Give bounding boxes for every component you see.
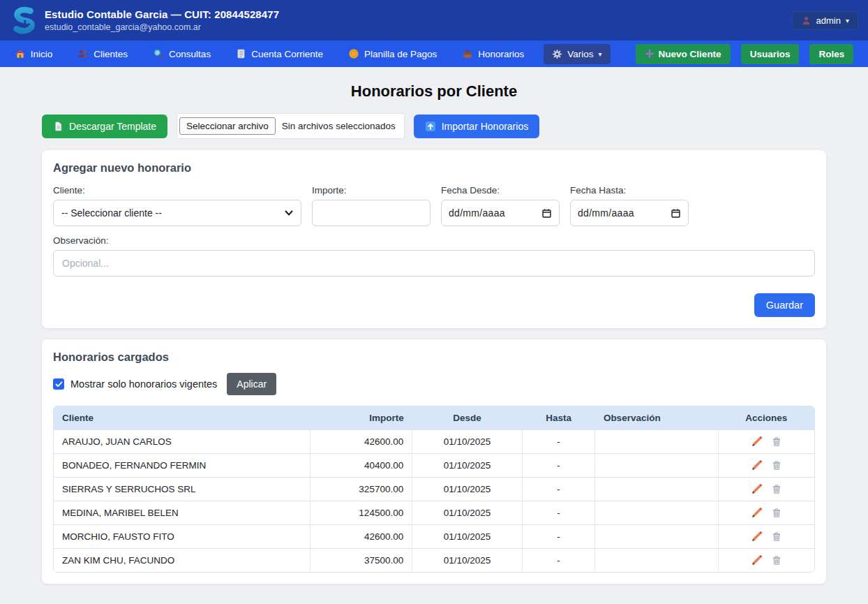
honorarios-table: ClienteImporteDesdeHastaObservaciónAccio… <box>53 406 815 573</box>
form-fields-row: Cliente: -- Seleccionar cliente -- Impor… <box>53 185 815 226</box>
trash-icon <box>771 554 782 566</box>
table-row: ZAN KIM CHU, FACUNDO37500.0001/10/2025- <box>54 549 814 573</box>
app-header: Estudio Contable Garcia — CUIT: 20844528… <box>0 0 868 40</box>
edit-button[interactable] <box>751 436 763 448</box>
cliente-label: Cliente: <box>53 185 301 196</box>
nav-item-cuenta-corriente[interactable]: Cuenta Corriente <box>236 48 323 59</box>
main-nav: InicioClientesConsultasCuenta CorrienteP… <box>0 40 868 67</box>
fecha-hasta-input[interactable]: dd/mm/aaaa <box>570 200 689 226</box>
table-header-row: ClienteImporteDesdeHastaObservaciónAccio… <box>54 406 814 430</box>
choose-file-button[interactable]: Seleccionar archivo <box>179 117 276 135</box>
nav-item-honorarios[interactable]: Honorarios <box>462 49 524 59</box>
usuarios-button[interactable]: Usuarios <box>741 44 800 64</box>
nav-links: InicioClientesConsultasCuenta CorrienteP… <box>15 48 525 59</box>
user-menu-button[interactable]: admin ▾ <box>792 11 858 30</box>
cell-importe: 124500.00 <box>310 501 412 525</box>
delete-button[interactable] <box>771 507 782 519</box>
app-email: estudio_contable_garcia@yahoo.com.ar <box>45 22 279 32</box>
column-header-acciones: Acciones <box>718 406 814 430</box>
pencil-icon <box>751 531 763 543</box>
nav-item-clientes[interactable]: Clientes <box>77 48 128 59</box>
cell-importe: 37500.00 <box>310 549 412 573</box>
cell-acciones <box>718 478 814 501</box>
importe-input[interactable] <box>312 200 431 226</box>
filter-row: Mostrar solo honorarios vigentes Aplicar <box>53 373 815 395</box>
edit-button[interactable] <box>751 507 763 519</box>
brand-text: Estudio Contable Garcia — CUIT: 20844528… <box>45 8 279 32</box>
cliente-field: Cliente: -- Seleccionar cliente -- <box>53 185 301 226</box>
calendar-icon[interactable] <box>541 208 552 219</box>
add-honorario-card: Agregar nuevo honorario Cliente: -- Sele… <box>42 150 826 328</box>
plus-icon <box>645 49 654 59</box>
pencil-icon <box>751 554 763 566</box>
cell-cliente: ARAUJO, JUAN CARLOS <box>54 430 310 454</box>
delete-button[interactable] <box>771 531 782 543</box>
cell-cliente: SIERRAS Y SERRUCHOS SRL <box>54 478 310 501</box>
cell-acciones <box>718 501 814 525</box>
delete-button[interactable] <box>771 483 782 495</box>
cell-acciones <box>718 525 814 549</box>
vigentes-checkbox-label[interactable]: Mostrar solo honorarios vigentes <box>70 378 217 390</box>
roles-button[interactable]: Roles <box>809 44 853 64</box>
nav-item-planilla-pagos[interactable]: Planilla de Pagos <box>348 48 437 59</box>
cell-hasta: - <box>522 478 595 501</box>
fecha-desde-input[interactable]: dd/mm/aaaa <box>441 200 560 226</box>
observacion-input[interactable] <box>53 250 815 277</box>
delete-button[interactable] <box>771 436 782 448</box>
cell-importe: 40400.00 <box>310 454 412 478</box>
trash-icon <box>771 531 782 543</box>
cell-hasta: - <box>522 430 595 454</box>
usuarios-label: Usuarios <box>750 49 791 59</box>
column-header-observacion: Observación <box>595 406 718 430</box>
download-template-button[interactable]: Descargar Template <box>42 115 167 138</box>
import-honorarios-label: Importar Honorarios <box>442 121 529 132</box>
form-footer: Guardar <box>53 293 815 317</box>
ledger-icon <box>236 48 246 59</box>
cell-observacion <box>595 525 718 549</box>
user-icon <box>801 15 811 26</box>
guardar-button[interactable]: Guardar <box>754 293 815 317</box>
observacion-field: Observación: <box>53 235 815 277</box>
file-input[interactable]: Seleccionar archivo Sin archivos selecci… <box>177 113 405 139</box>
nav-item-label: Inicio <box>31 49 53 59</box>
cliente-select[interactable]: -- Seleccionar cliente -- <box>53 200 301 226</box>
nav-item-inicio[interactable]: Inicio <box>15 48 53 59</box>
cell-observacion <box>595 478 718 501</box>
nav-item-consultas[interactable]: Consultas <box>153 48 211 59</box>
table-row: BONADEO, FERNANDO FERMIN40400.0001/10/20… <box>54 454 814 478</box>
nav-item-label: Honorarios <box>478 49 524 59</box>
table-row: SIERRAS Y SERRUCHOS SRL325700.0001/10/20… <box>54 478 814 501</box>
nav-item-label: Cuenta Corriente <box>251 49 323 59</box>
delete-button[interactable] <box>771 554 782 566</box>
cell-desde: 01/10/2025 <box>412 454 523 478</box>
import-honorarios-button[interactable]: Importar Honorarios <box>414 115 540 138</box>
calendar-icon[interactable] <box>671 208 681 219</box>
edit-button[interactable] <box>751 459 763 471</box>
nav-action-buttons: Nuevo Cliente Usuarios Roles <box>636 44 854 64</box>
brand-logo-icon <box>10 5 38 36</box>
cell-hasta: - <box>522 549 595 573</box>
app-title: Estudio Contable Garcia — CUIT: 20844528… <box>45 8 279 20</box>
delete-button[interactable] <box>771 459 782 471</box>
cell-cliente: MORCHIO, FAUSTO FITO <box>54 525 310 549</box>
importe-field: Importe: <box>312 185 431 226</box>
table-row: MEDINA, MARIBEL BELEN124500.0001/10/2025… <box>54 501 814 525</box>
edit-button[interactable] <box>751 531 763 543</box>
file-status-text: Sin archivos seleccionados <box>276 121 396 131</box>
column-header-desde: Desde <box>412 406 523 430</box>
edit-button[interactable] <box>751 483 763 495</box>
upload-icon <box>425 121 436 132</box>
observacion-label: Observación: <box>53 235 815 246</box>
fecha-hasta-placeholder: dd/mm/aaaa <box>578 207 671 219</box>
cell-observacion <box>595 549 718 573</box>
aplicar-button[interactable]: Aplicar <box>227 373 276 395</box>
cell-hasta: - <box>522 525 595 549</box>
table-row: MORCHIO, FAUSTO FITO42600.0001/10/2025- <box>54 525 814 549</box>
cell-desde: 01/10/2025 <box>412 525 523 549</box>
nuevo-cliente-button[interactable]: Nuevo Cliente <box>636 44 731 64</box>
edit-button[interactable] <box>751 554 763 566</box>
nav-varios-button[interactable]: Varios ▾ <box>544 44 610 64</box>
vigentes-checkbox[interactable] <box>53 378 64 390</box>
cell-observacion <box>595 501 718 525</box>
cell-importe: 42600.00 <box>310 525 412 549</box>
